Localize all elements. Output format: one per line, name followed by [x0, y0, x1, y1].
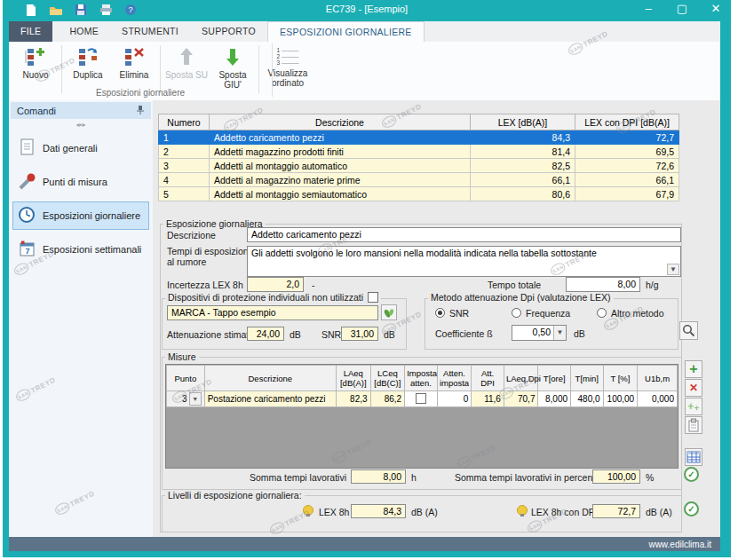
tempi-esposizione-field[interactable]: Gli addetti svolgono le loro mansioni ne… [247, 246, 681, 277]
radio-snr[interactable] [435, 308, 445, 318]
somma-tempi-label: Somma tempi lavorativi [226, 472, 346, 483]
duplicate-icon [76, 45, 99, 70]
dpi-non-utilizzati-checkbox[interactable] [368, 292, 378, 303]
nuovo-button[interactable]: Nuovo [12, 43, 59, 82]
pin-icon[interactable] [136, 105, 145, 117]
application-window: ? EC739 - [Esempio] – ▢ ✕ FILE HOME STRU… [0, 0, 738, 560]
snr-label: SNR [321, 329, 341, 340]
sidebar-header: Comandi [11, 102, 151, 119]
status-bar: www.edilclima.it [9, 537, 720, 551]
radio-altro-metodo[interactable] [597, 308, 607, 318]
close-button[interactable]: ✕ [710, 2, 722, 15]
measures-grid-button[interactable] [685, 448, 702, 466]
imposta-atten-checkbox[interactable] [416, 393, 426, 404]
lamp-icon [517, 505, 528, 516]
tab-home[interactable]: HOME [58, 21, 110, 42]
calendar-icon: 7 [17, 239, 36, 260]
misure-row[interactable]: 3▼ Postazione caricamento pezzi 82,3 86,… [167, 391, 678, 407]
sidebar-drag-handle[interactable]: ◂▪▸ [73, 122, 89, 129]
tab-esposizioni-giornaliere[interactable]: ESPOSIZIONI GIORNALIERE [267, 21, 425, 42]
col-lex: LEX [dB(A)] [471, 114, 575, 130]
elimina-button[interactable]: Elimina [111, 43, 157, 82]
incertezza-label: Incertezza LEX 8h [167, 280, 243, 290]
svg-text:7: 7 [25, 247, 29, 256]
col-numero: Numero [159, 114, 210, 130]
document-icon [17, 138, 36, 159]
table-grid-icon [686, 451, 701, 463]
snr-unit: dB [384, 329, 395, 340]
radio-frequenza[interactable] [512, 308, 521, 318]
paste-measures-button[interactable] [685, 416, 702, 434]
table-row[interactable]: 3 Addetti al montaggio automatico 82,5 7… [159, 159, 679, 173]
table-row[interactable]: 5 Addetti al montaggio semiautomatico 80… [159, 187, 679, 201]
maximize-button[interactable]: ▢ [676, 2, 688, 15]
descrizione-field[interactable]: Addetto caricamento pezzi [247, 227, 681, 242]
metodo-groupbox [425, 298, 678, 350]
radio-frequenza-label: Frequenza [526, 308, 570, 319]
marca-field[interactable]: MARCA - Tappo esempio [167, 305, 378, 320]
sposta-su-button[interactable]: Sposta SU [163, 43, 210, 82]
descrizione-label: Descrizione [167, 230, 216, 241]
sidebar-item-esposizioni-giornaliere[interactable]: Esposizioni giornaliere [12, 201, 149, 230]
radio-altro-label: Altro metodo [611, 308, 664, 319]
tempo-totale-label: Tempo totale [488, 280, 541, 290]
measurement-probe-icon [17, 171, 36, 193]
magnifier-icon [682, 324, 695, 337]
add-measure-button[interactable]: + [685, 360, 702, 378]
snr-field[interactable]: 31,00 [341, 327, 378, 341]
tab-supporto[interactable]: SUPPORTO [190, 21, 267, 42]
punto-dropdown-icon[interactable]: ▼ [189, 392, 202, 406]
lex8h-label: LEX 8h [319, 507, 349, 517]
metodo-legend: Metodo attenuazione Dpi (valutazione LEX… [428, 292, 614, 303]
dpi-legend: Dispositivi di protezione individuali no… [165, 292, 381, 303]
tempo-totale-field[interactable]: 8,00 [566, 277, 640, 292]
sposta-giu-button[interactable]: Sposta GIU' [210, 43, 256, 91]
move-up-icon [178, 45, 195, 70]
col-lex-dpi: LEX con DPI [dB(A)] [575, 114, 679, 130]
sidebar: Comandi ◂▪▸ Dati generali Punti di misur… [9, 100, 154, 537]
attenuazione-unit: dB [290, 329, 301, 340]
table-row[interactable]: 1 Addetto caricamento pezzi 84,3 72,7 [159, 130, 679, 145]
incertezza-suffix: - [312, 280, 315, 290]
attenuazione-field[interactable]: 24,00 [247, 327, 284, 341]
tab-file[interactable]: FILE [9, 21, 52, 42]
search-dpi-button[interactable] [679, 321, 698, 340]
add-multiple-measures-button[interactable]: +₊ [685, 398, 702, 415]
visualizza-ordinato-button[interactable]: 1 ———2 ———3 ——— Visualizza ordinato [262, 43, 313, 90]
coefficiente-unit: dB [574, 328, 585, 339]
ribbon-separator [258, 45, 259, 93]
coefficiente-combo[interactable]: 0,50 ▼ [512, 325, 567, 341]
window-title: EC739 - [Esempio] [3, 4, 731, 14]
livelli-legend: Livelli di esposizione giornaliera: [165, 490, 305, 501]
chevron-down-icon[interactable]: ▼ [553, 326, 566, 340]
sidebar-item-esposizioni-settimanali[interactable]: 7 Esposizioni settimanali [12, 235, 149, 264]
marca-picker-button[interactable] [381, 304, 397, 320]
punto-value: 3 [170, 394, 187, 404]
somma-perc-field: 100,00 [592, 469, 640, 484]
duplica-button[interactable]: Duplica [65, 43, 111, 82]
sidebar-item-dati-generali[interactable]: Dati generali [12, 134, 149, 162]
lex8h-field: 84,3 [351, 504, 406, 518]
clipboard-icon [687, 418, 700, 432]
somma-tempi-field: 8,00 [351, 469, 406, 484]
lexdpi-unit: dB (A) [646, 507, 672, 517]
expand-textarea-chevron-icon[interactable]: ▼ [667, 264, 679, 275]
ribbon-tab-bar: FILE HOME STRUMENTI SUPPORTO ESPOSIZIONI… [9, 21, 720, 42]
lex8h-unit: dB (A) [411, 507, 438, 517]
table-row[interactable]: 4 Addetti al magazzino materie prime 66,… [159, 173, 679, 187]
misure-legend: Misure [165, 351, 199, 362]
sidebar-item-punti-di-misura[interactable]: Punti di misura [12, 168, 149, 196]
somma-perc-label: Somma tempi lavorativi in percentuale [455, 472, 613, 483]
misure-table: Punto Descrizione LAeq [dB(A)] LCeq [dB(… [166, 365, 678, 407]
incertezza-field[interactable]: 2,0 [247, 277, 304, 292]
col-descrizione: Descrizione [210, 114, 471, 130]
tab-strumenti[interactable]: STRUMENTI [110, 21, 190, 42]
window-controls: – ▢ ✕ [642, 2, 722, 15]
table-row[interactable]: 2 Addetti magazzino prodotti finiti 81,4… [159, 145, 679, 159]
minimize-button[interactable]: – [642, 2, 655, 15]
delete-icon [123, 45, 146, 70]
lexdpi-label: LEX 8h con DPI [531, 507, 598, 517]
delete-measure-button[interactable]: ✕ [685, 379, 702, 397]
ordered-list-icon: 1 ———2 ———3 ——— [277, 45, 299, 68]
edilclima-link[interactable]: www.edilclima.it [648, 540, 711, 549]
